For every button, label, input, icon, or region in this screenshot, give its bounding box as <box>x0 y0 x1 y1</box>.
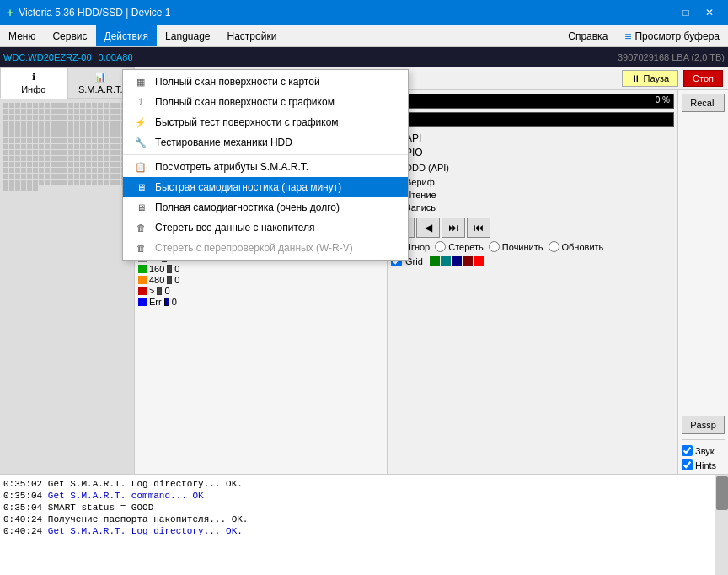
title-bar: + Victoria 5.36 HDD/SSD | Device 1 – □ ✕ <box>0 0 728 25</box>
info-icon: ℹ <box>32 72 35 83</box>
title-bar-text: Victoria 5.36 HDD/SSD | Device 1 <box>19 7 170 19</box>
menu-item-menu[interactable]: Меню <box>0 25 44 46</box>
back-button[interactable]: ◀ <box>416 218 440 238</box>
log-line: 0:40:24 Получение паспорта накопителя...… <box>3 513 711 525</box>
log-line: 0:40:24 Get S.M.A.R.T. Log directory... … <box>3 525 711 537</box>
menu-item-help[interactable]: Справка <box>559 25 616 46</box>
full-diag-icon: 🖥 <box>133 202 148 213</box>
quick-diag-icon: 🖥 <box>133 181 148 193</box>
fix-label: Починить <box>502 242 543 252</box>
maximize-button[interactable]: □ <box>674 3 698 22</box>
menu-item-actions[interactable]: Действия <box>96 25 158 46</box>
log-line: 0:35:04 SMART status = GOOD <box>3 502 711 513</box>
erase-verify-icon: 🗑 <box>133 242 148 254</box>
menu-item-service[interactable]: Сервис <box>44 25 95 46</box>
sector-160-value: 0 <box>174 264 179 274</box>
minimize-button[interactable]: – <box>650 3 674 22</box>
app-icon: + <box>7 6 13 19</box>
dropdown-item-erase-verify: 🗑 Стереть с перепроверкой данных (W-R-V) <box>123 238 408 258</box>
ddd-label: DDD (API) <box>405 163 449 173</box>
left-panel: ℹ Инфо 📊 S.M.A.R.T. for(let i=0;i<300;i+… <box>0 67 135 474</box>
full-scan-graph-icon: ⤴ <box>133 96 148 108</box>
recall-button[interactable]: Recall <box>682 94 725 112</box>
dropdown-item-full-scan-graph[interactable]: ⤴ Полный скан поверхности с графиком <box>123 92 408 112</box>
log-content: 0:35:02 Get S.M.A.R.T. Log directory... … <box>0 475 715 575</box>
menu-item-settings[interactable]: Настройки <box>219 25 286 46</box>
dropdown-item-quick-test[interactable]: ⚡ Быстрый тест поверхности с графиком <box>123 112 408 132</box>
erase-icon: 🗑 <box>133 222 148 234</box>
separator <box>123 154 408 155</box>
update-radio[interactable] <box>549 241 559 252</box>
dropdown-item-erase[interactable]: 🗑 Стереть все данные с накопителя <box>123 218 408 238</box>
write-label: Запись <box>405 202 436 212</box>
device-name: WDC.WD20EZRZ-00 <box>3 52 92 62</box>
pause-icon: ⏸ <box>631 73 640 83</box>
update-label: Обновить <box>562 242 604 252</box>
hints-checkbox[interactable] <box>682 459 693 470</box>
log-area: 0:35:02 Get S.M.A.R.T. Log directory... … <box>0 474 728 575</box>
log-scrollbar[interactable] <box>715 475 728 575</box>
actions-dropdown-menu: ▦ Полный скан поверхности с картой ⤴ Пол… <box>122 69 409 261</box>
hints-label: Hints <box>695 460 716 470</box>
tab-smart-label: S.M.A.R.T. <box>78 84 123 94</box>
pause-button[interactable]: ⏸ Пауза <box>622 70 679 87</box>
log-line: 0:35:04 Get S.M.A.R.T. command... OK <box>3 490 711 502</box>
sector-480-label: 480 <box>149 275 164 285</box>
sector-gt-label: > <box>149 286 154 296</box>
menu-bar: Меню Сервис Действия Language Настройки … <box>0 25 728 47</box>
dropdown-item-full-diag[interactable]: 🖥 Полная самодиагностика (очень долго) <box>123 197 408 218</box>
progress-percent: 0 % <box>656 95 670 105</box>
tab-info-label: Инфо <box>21 84 46 94</box>
quick-test-icon: ⚡ <box>133 116 148 128</box>
dropdown-item-quick-diag[interactable]: 🖥 Быстрая самодиагностика (пара минут) <box>123 177 408 197</box>
view-smart-icon: 📋 <box>133 161 148 173</box>
test-mechanics-icon: 🔧 <box>133 137 148 148</box>
menu-item-buffer[interactable]: ≡ Просмотр буфера <box>616 25 728 46</box>
fix-radio[interactable] <box>489 241 500 252</box>
device-bar: WDC.WD20EZRZ-00 0.00A80 3907029168 LBA (… <box>0 47 728 67</box>
full-scan-map-icon: ▦ <box>133 76 148 88</box>
dropdown-item-full-scan-map[interactable]: ▦ Полный скан поверхности с картой <box>123 72 408 92</box>
menu-item-language[interactable]: Language <box>157 25 218 46</box>
skip-back-button[interactable]: ⏭ <box>442 218 465 238</box>
smart-icon: 📊 <box>94 72 106 83</box>
log-line: 0:35:02 Get S.M.A.R.T. Log directory... … <box>3 478 711 490</box>
device-lba: 3907029168 LBA (2,0 TB) <box>618 52 725 62</box>
tab-info[interactable]: ℹ Инфо <box>0 67 67 99</box>
stop-button[interactable]: Стоп <box>683 70 723 87</box>
close-button[interactable]: ✕ <box>698 3 721 22</box>
sector-160-label: 160 <box>149 264 164 274</box>
sound-label: Звук <box>695 446 715 456</box>
erase-label: Стереть <box>448 242 484 252</box>
erase-radio[interactable] <box>435 241 446 252</box>
sector-480-value: 0 <box>174 275 179 285</box>
dropdown-item-test-mechanics[interactable]: 🔧 Тестирование механики HDD <box>123 132 408 153</box>
scan-map-area: for(let i=0;i<300;i++){ document.write('… <box>0 99 134 474</box>
read-label: Чтение <box>405 190 436 200</box>
sector-err-label: Err <box>149 297 162 307</box>
dropdown-item-view-smart[interactable]: 📋 Посмотреть атрибуты S.M.A.R.T. <box>123 157 408 177</box>
passp-button[interactable]: Passp <box>682 416 725 434</box>
sound-checkbox[interactable] <box>682 445 693 456</box>
skip-fwd-button[interactable]: ⏮ <box>467 218 490 238</box>
sector-err-value: 0 <box>172 297 177 307</box>
verify-label: Вериф. <box>405 177 437 187</box>
sector-gt-value: 0 <box>164 286 169 296</box>
